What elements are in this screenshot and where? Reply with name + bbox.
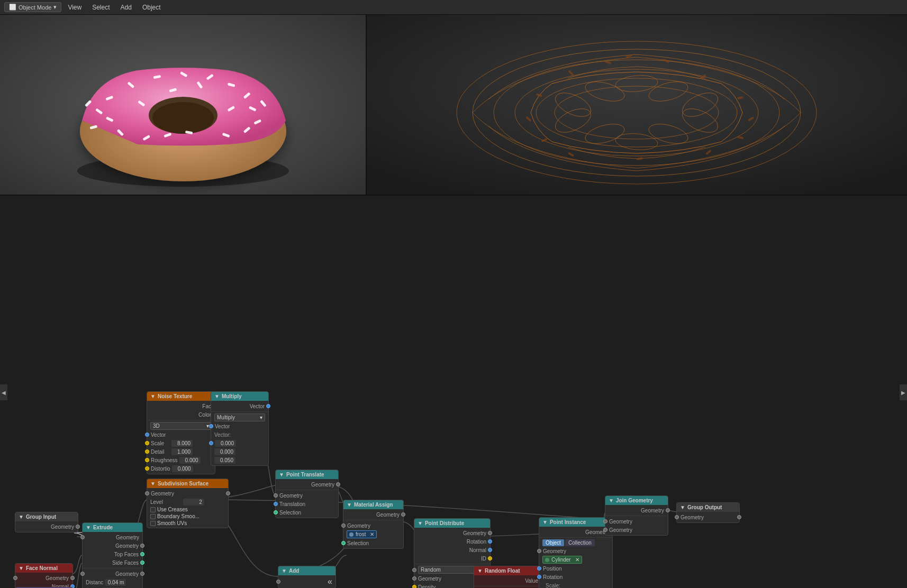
group-input-geometry-row: Geometry: [15, 522, 78, 531]
group-output-header: ▼ Group Output: [677, 503, 739, 512]
point-instance-title: Point Instance: [550, 519, 586, 525]
svg-point-4: [152, 102, 214, 134]
material-dot: [349, 532, 353, 537]
object-collection-toggle: Object Collection: [539, 539, 612, 547]
menu-select[interactable]: Select: [88, 3, 114, 12]
scroll-right-btn[interactable]: ▶: [900, 384, 907, 400]
face-normal-out-socket[interactable]: [70, 576, 75, 580]
material-assign-node: ▼ Material Assign Geometry Geometry fros…: [343, 500, 404, 549]
multiply1-header: ▼ Multiply: [211, 392, 268, 401]
noise-texture-node: ▼ Noise Texture Fac Color 3D ▾ Vector: [147, 391, 215, 474]
viewport-left[interactable]: [0, 15, 367, 195]
noise-texture-header: ▼ Noise Texture: [147, 392, 215, 401]
subdivision-header: ▼ Subdivision Surface: [147, 479, 228, 488]
group-input-triangle: ▼: [19, 514, 24, 520]
point-translate-node: ▼ Point Translate Geometry Geometry Tran…: [275, 470, 339, 518]
join-geometry-node: ▼ Join Geometry Geometry Geometry Geomet…: [605, 495, 668, 536]
mode-selector[interactable]: ⬜ Object Mode ▾: [4, 2, 61, 12]
material-tag[interactable]: frost ✕: [347, 530, 377, 538]
point-translate-title: Point Translate: [286, 472, 324, 477]
multiply1-title: Multiply: [222, 393, 242, 399]
point-translate-header: ▼ Point Translate: [276, 470, 338, 479]
group-input-geometry-socket[interactable]: [76, 525, 80, 529]
donut-render-svg: [0, 15, 367, 195]
subdivision-title: Subdivision Surface: [158, 481, 208, 486]
point-instance-node: ▼ Point Instance Geometry Object Collect…: [539, 517, 613, 588]
cylinder-tag[interactable]: Cylinder ✕: [542, 556, 582, 564]
add-node: ▼ Add «: [278, 566, 336, 588]
menu-add[interactable]: Add: [116, 3, 136, 12]
extrude-title: Extrude: [93, 525, 113, 530]
group-input-header: ▼ Group Input: [15, 512, 78, 521]
node-editor[interactable]: ◀ ▶: [0, 196, 907, 588]
extrude-header: ▼ Extrude: [83, 523, 142, 532]
mode-label: Object Mode: [19, 4, 51, 11]
random-float-title: Random Float: [485, 568, 520, 574]
subdivision-node: ▼ Subdivision Surface Geometry Level 2 U…: [147, 479, 229, 528]
noise-texture-title: Noise Texture: [158, 393, 192, 399]
menu-view[interactable]: View: [64, 3, 86, 12]
mode-dropdown-icon: ▾: [53, 4, 57, 11]
add-header: ▼ Add: [278, 566, 335, 575]
group-output-node: ▼ Group Output Geometry: [676, 502, 740, 523]
join-geometry-header: ▼ Join Geometry: [605, 496, 668, 505]
scroll-left-btn[interactable]: ◀: [0, 384, 7, 400]
extrude-node: ▼ Extrude Geometry Geometry Top Faces Si…: [82, 522, 143, 588]
viewport-row: [0, 15, 907, 195]
material-assign-header: ▼ Material Assign: [343, 500, 403, 509]
group-input-node: ▼ Group Input Geometry: [15, 512, 78, 532]
face-normal-in-socket[interactable]: [13, 576, 17, 580]
svg-rect-29: [367, 15, 907, 195]
point-instance-header: ▼ Point Instance: [539, 518, 612, 527]
join-geometry-title: Join Geometry: [616, 498, 653, 503]
viewport-right[interactable]: [367, 15, 907, 195]
menu-object[interactable]: Object: [138, 3, 165, 12]
face-normal-node: ▼ Face Normal Geometry Normal: [15, 563, 73, 588]
group-input-title: Group Input: [26, 514, 56, 520]
face-normal-title: Face Normal: [26, 565, 58, 571]
face-normal-geometry-row: Geometry: [15, 574, 72, 582]
add-title: Add: [289, 568, 299, 574]
top-bar: ⬜ Object Mode ▾ View Select Add Object: [0, 0, 907, 15]
random-float-header: ▼ Random Float: [474, 566, 542, 575]
face-normal-header: ▼ Face Normal: [15, 564, 72, 573]
wireframe-svg: [367, 15, 907, 195]
multiply1-node: ▼ Multiply Vector Multiply ▾ Vector Vect…: [211, 391, 269, 466]
mode-icon: ⬜: [9, 4, 16, 11]
point-distribute-header: ▼ Point Distribute: [414, 519, 490, 528]
random-float-node: ▼ Random Float Value Min -10.000 Max 10.…: [474, 566, 542, 588]
